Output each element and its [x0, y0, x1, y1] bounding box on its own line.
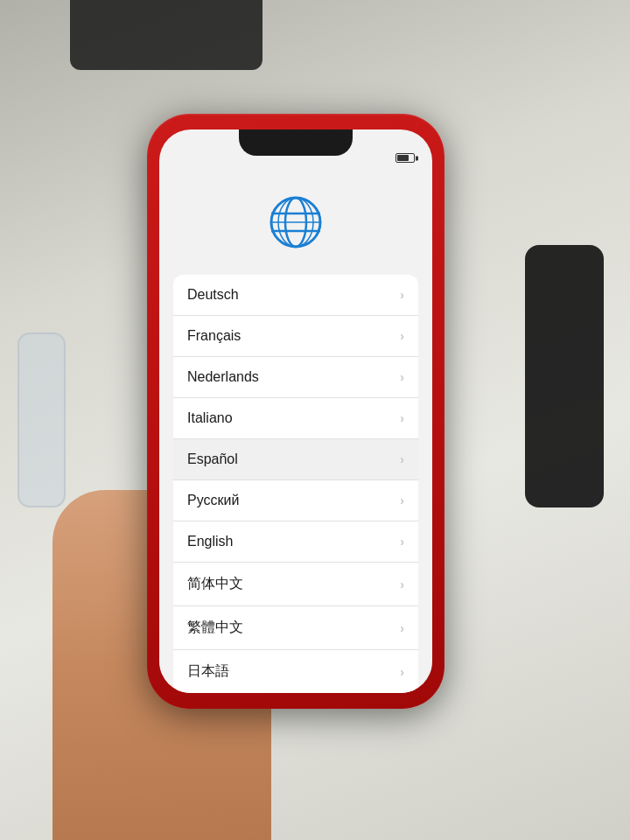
language-item-espanol[interactable]: Español› — [173, 439, 418, 480]
chevron-icon-japanese: › — [400, 665, 404, 679]
chevron-icon-nederlands: › — [400, 370, 404, 384]
language-item-english[interactable]: English› — [173, 522, 418, 563]
language-label-espanol: Español — [187, 452, 238, 467]
language-item-italiano[interactable]: Italiano› — [173, 398, 418, 439]
desk-item-top — [70, 0, 262, 70]
chevron-icon-simplified-chinese: › — [400, 578, 404, 592]
chevron-icon-francais: › — [400, 329, 404, 343]
language-label-traditional-chinese: 繁體中文 — [187, 619, 243, 637]
chevron-icon-espanol: › — [400, 452, 404, 466]
language-label-nederlands: Nederlands — [187, 369, 259, 385]
language-item-deutsch[interactable]: Deutsch› — [173, 275, 418, 316]
globe-container — [268, 194, 324, 250]
phone-screen: Deutsch›Français›Nederlands›Italiano›Esp… — [159, 130, 432, 693]
language-label-english: English — [187, 534, 233, 550]
language-label-japanese: 日本語 — [187, 662, 229, 681]
chevron-icon-traditional-chinese: › — [400, 621, 404, 635]
battery-fill — [397, 155, 409, 161]
chevron-icon-italiano: › — [400, 411, 404, 425]
phone-case-left — [18, 332, 66, 508]
chevron-icon-russian: › — [400, 494, 404, 508]
battery-icon — [396, 153, 415, 163]
language-item-francais[interactable]: Français› — [173, 316, 418, 357]
phone-shell: Deutsch›Français›Nederlands›Italiano›Esp… — [147, 114, 444, 709]
language-item-traditional-chinese[interactable]: 繁體中文› — [173, 606, 418, 650]
language-label-deutsch: Deutsch — [187, 287, 239, 303]
language-label-simplified-chinese: 简体中文 — [187, 575, 243, 593]
phone-notch — [239, 130, 353, 156]
language-item-japanese[interactable]: 日本語› — [173, 650, 418, 693]
chevron-icon-english: › — [400, 535, 404, 549]
language-label-francais: Français — [187, 328, 241, 344]
language-label-russian: Русский — [187, 493, 239, 508]
language-item-russian[interactable]: Русский› — [173, 480, 418, 522]
language-item-simplified-chinese[interactable]: 简体中文› — [173, 563, 418, 606]
language-list: Deutsch›Français›Nederlands›Italiano›Esp… — [173, 275, 418, 693]
screen-content: Deutsch›Français›Nederlands›Italiano›Esp… — [159, 168, 432, 693]
globe-icon — [268, 194, 324, 250]
language-label-italiano: Italiano — [187, 410, 233, 426]
chevron-icon-deutsch: › — [400, 288, 404, 302]
desk-item-right — [525, 245, 604, 508]
language-item-nederlands[interactable]: Nederlands› — [173, 357, 418, 398]
